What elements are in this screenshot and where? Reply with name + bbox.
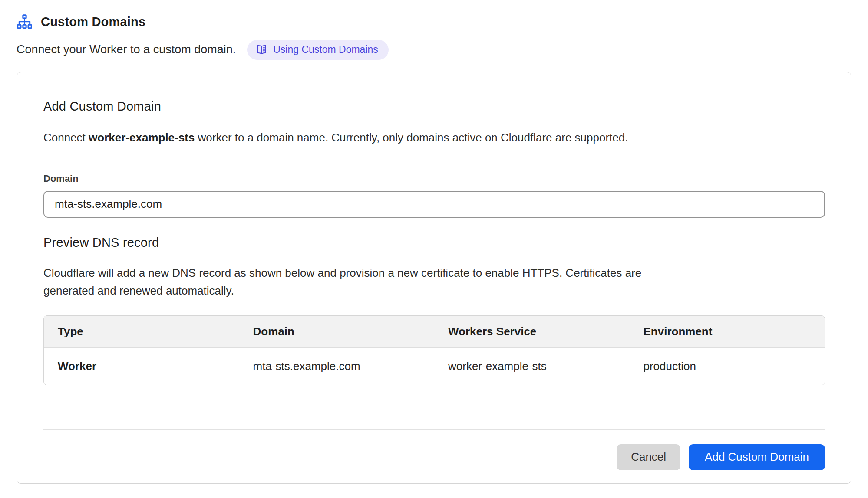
cell-workers-service: worker-example-sts — [434, 347, 630, 385]
column-header-workers-service: Workers Service — [434, 316, 630, 348]
card-heading: Add Custom Domain — [43, 99, 825, 114]
add-custom-domain-button[interactable]: Add Custom Domain — [689, 444, 825, 470]
book-open-icon — [256, 44, 267, 56]
add-custom-domain-card: Add Custom Domain Connect worker-example… — [17, 72, 851, 484]
domain-input[interactable] — [43, 191, 825, 218]
domain-field-label: Domain — [43, 173, 825, 184]
sitemap-icon — [17, 14, 33, 29]
page-header: Custom Domains — [17, 14, 851, 29]
docs-link-label: Using Custom Domains — [273, 44, 378, 56]
intro-suffix: worker to a domain name. Currently, only… — [195, 131, 628, 144]
dns-preview-table: Type Domain Workers Service Environment … — [44, 316, 825, 385]
cell-environment: production — [630, 347, 825, 385]
worker-name: worker-example-sts — [89, 131, 195, 144]
preview-dns-description: Cloudflare will add a new DNS record as … — [43, 264, 695, 300]
page-subtitle-row: Connect your Worker to a custom domain. … — [17, 40, 851, 60]
column-header-environment: Environment — [630, 316, 825, 348]
column-header-domain: Domain — [239, 316, 435, 348]
custom-domains-page: Custom Domains Connect your Worker to a … — [0, 0, 868, 484]
preview-dns-heading: Preview DNS record — [43, 236, 825, 250]
page-subtitle: Connect your Worker to a custom domain. — [17, 43, 236, 56]
cell-type: Worker — [44, 347, 239, 385]
table-row: Worker mta-sts.example.com worker-exampl… — [44, 347, 825, 385]
card-intro: Connect worker-example-sts worker to a d… — [43, 131, 825, 144]
cancel-button[interactable]: Cancel — [617, 444, 680, 470]
cell-domain: mta-sts.example.com — [239, 347, 435, 385]
table-header-row: Type Domain Workers Service Environment — [44, 316, 825, 348]
intro-prefix: Connect — [43, 131, 89, 144]
page-title: Custom Domains — [41, 15, 145, 29]
footer-actions: Cancel Add Custom Domain — [43, 430, 825, 470]
column-header-type: Type — [44, 316, 239, 348]
dns-preview-table-container: Type Domain Workers Service Environment … — [43, 315, 825, 385]
docs-link-badge[interactable]: Using Custom Domains — [247, 40, 389, 60]
